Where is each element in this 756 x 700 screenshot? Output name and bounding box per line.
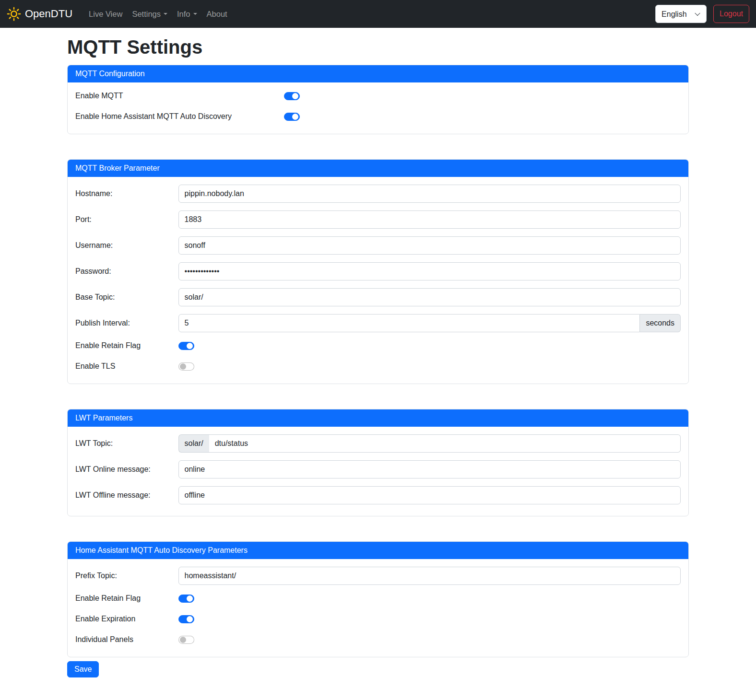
form-row-enable-ha-discovery: Enable Home Assistant MQTT Auto Discover… — [75, 111, 681, 122]
form-row-enable-tls: Enable TLS — [75, 361, 681, 372]
form-row-lwt-online: LWT Online message: — [75, 460, 681, 478]
toggle-knob — [187, 595, 193, 602]
caret-down-icon — [193, 13, 197, 15]
nav-item-about[interactable]: About — [202, 6, 232, 23]
publish-interval-input[interactable] — [178, 314, 640, 332]
form-row-individual-panels: Individual Panels — [75, 634, 681, 645]
toggle-knob — [292, 93, 298, 99]
field-label: Enable MQTT — [75, 92, 284, 100]
sun-logo-icon — [7, 7, 21, 21]
toggle-knob — [187, 616, 193, 622]
brand-link[interactable]: OpenDTU — [7, 7, 72, 21]
field-label: LWT Topic: — [75, 439, 178, 448]
lwt-offline-input[interactable] — [178, 486, 681, 504]
language-select[interactable]: English — [655, 5, 707, 23]
form-row-port: Port: — [75, 210, 681, 229]
nav-item-info-label: Info — [177, 10, 190, 19]
form-row-base-topic: Base Topic: — [75, 288, 681, 306]
seconds-unit-addon: seconds — [640, 314, 681, 332]
lwt-topic-input[interactable] — [209, 434, 681, 453]
card-header: LWT Parameters — [68, 409, 688, 427]
card-ha-discovery-parameters: Home Assistant MQTT Auto Discovery Param… — [67, 541, 689, 657]
form-row-password: Password: — [75, 262, 681, 280]
brand-text: OpenDTU — [25, 8, 72, 20]
toggle-knob — [187, 343, 193, 349]
navbar-right: English Logout — [655, 5, 749, 23]
field-label: Base Topic: — [75, 293, 178, 302]
field-label: Username: — [75, 241, 178, 250]
field-label: Individual Panels — [75, 635, 178, 644]
toggle-knob — [292, 114, 298, 120]
lwt-online-input[interactable] — [178, 460, 681, 478]
field-label: Enable Retain Flag — [75, 594, 178, 603]
password-input[interactable] — [178, 262, 681, 280]
enable-retain-toggle[interactable] — [178, 342, 194, 350]
field-label: Enable TLS — [75, 362, 178, 371]
field-label: Port: — [75, 215, 178, 224]
hostname-input[interactable] — [178, 185, 681, 203]
field-label: Publish Interval: — [75, 319, 178, 327]
form-row-prefix-topic: Prefix Topic: — [75, 567, 681, 585]
card-mqtt-configuration: MQTT Configuration Enable MQTT Enable Ho… — [67, 65, 689, 134]
save-button[interactable]: Save — [67, 661, 99, 677]
card-header: Home Assistant MQTT Auto Discovery Param… — [68, 542, 688, 559]
card-body: LWT Topic: solar/ LWT Online message: LW… — [68, 427, 688, 516]
nav-item-settings-label: Settings — [132, 10, 161, 19]
ha-retain-toggle[interactable] — [178, 595, 194, 603]
navbar: OpenDTU Live View Settings Info About En… — [0, 0, 756, 28]
nav-item-info[interactable]: Info — [172, 6, 202, 23]
lwt-topic-prefix-addon: solar/ — [178, 434, 209, 453]
enable-tls-toggle[interactable] — [178, 362, 194, 371]
form-row-lwt-topic: LWT Topic: solar/ — [75, 434, 681, 453]
nav-item-live-view[interactable]: Live View — [84, 6, 127, 23]
individual-panels-toggle[interactable] — [178, 636, 194, 644]
port-input[interactable] — [178, 210, 681, 229]
username-input[interactable] — [178, 236, 681, 255]
toggle-knob — [180, 637, 186, 643]
enable-ha-discovery-toggle[interactable] — [284, 113, 300, 121]
card-mqtt-broker: MQTT Broker Parameter Hostname: Port: Us… — [67, 159, 689, 384]
language-select-wrap: English — [655, 5, 707, 23]
nav-item-settings[interactable]: Settings — [127, 6, 172, 23]
card-lwt-parameters: LWT Parameters LWT Topic: solar/ LWT Onl… — [67, 409, 689, 516]
logout-button[interactable]: Logout — [713, 5, 749, 23]
form-row-publish-interval: Publish Interval: seconds — [75, 314, 681, 332]
page-title: MQTT Settings — [67, 36, 689, 58]
card-header: MQTT Configuration — [68, 65, 688, 82]
form-row-lwt-offline: LWT Offline message: — [75, 486, 681, 504]
form-row-enable-retain: Enable Retain Flag — [75, 340, 681, 351]
ha-expiration-toggle[interactable] — [178, 615, 194, 623]
form-row-ha-expiration: Enable Expiration — [75, 613, 681, 625]
field-label: LWT Offline message: — [75, 491, 178, 500]
form-row-ha-retain: Enable Retain Flag — [75, 593, 681, 604]
toggle-knob — [180, 363, 186, 370]
caret-down-icon — [164, 13, 167, 15]
prefix-topic-input[interactable] — [178, 567, 681, 585]
field-label: Hostname: — [75, 189, 178, 198]
field-label: LWT Online message: — [75, 465, 178, 474]
main-container: MQTT Settings MQTT Configuration Enable … — [61, 36, 695, 677]
field-label: Enable Home Assistant MQTT Auto Discover… — [75, 112, 284, 121]
card-body: Hostname: Port: Username: Password: Base… — [68, 177, 688, 384]
card-body: Prefix Topic: Enable Retain Flag Enable … — [68, 559, 688, 657]
enable-mqtt-toggle[interactable] — [284, 92, 300, 100]
navbar-left: OpenDTU Live View Settings Info About — [7, 6, 232, 23]
field-label: Enable Retain Flag — [75, 341, 178, 350]
form-row-enable-mqtt: Enable MQTT — [75, 90, 681, 102]
card-header: MQTT Broker Parameter — [68, 160, 688, 177]
field-label: Prefix Topic: — [75, 572, 178, 580]
base-topic-input[interactable] — [178, 288, 681, 306]
card-body: Enable MQTT Enable Home Assistant MQTT A… — [68, 82, 688, 134]
form-row-hostname: Hostname: — [75, 185, 681, 203]
field-label: Enable Expiration — [75, 615, 178, 623]
form-row-username: Username: — [75, 236, 681, 255]
field-label: Password: — [75, 267, 178, 276]
